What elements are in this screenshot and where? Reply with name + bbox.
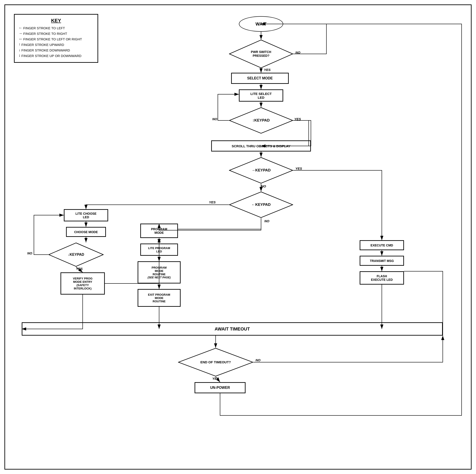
program-mode-node: PROGRAM MODE (140, 224, 178, 238)
execute-cmd-node: EXECUTE CMD (360, 240, 404, 250)
keypad-down-no-label: NO (27, 251, 32, 255)
key-item-4: ↑ FINGER STROKE UPWARD (19, 42, 94, 47)
keypad-updown-yes-label: YES (294, 117, 301, 121)
select-mode-node: SELECT MODE (231, 73, 289, 84)
arrow-up-icon: ↑ (19, 42, 21, 47)
await-timeout-node: AWAIT TIMEOUT (22, 322, 443, 336)
keypad-right-yes-label: YES (295, 166, 302, 170)
keypad-left-node: ←KEYPAD (229, 191, 293, 218)
un-power-node: UN-POWER (195, 382, 246, 393)
keypad-left-yes-label: YES (209, 200, 216, 204)
outer-border: KEY ← FINGER STROKE TO LEFT → FINGER STR… (4, 4, 472, 470)
keypad-right-no-label: NO (261, 184, 266, 188)
key-box: KEY ← FINGER STROKE TO LEFT → FINGER STR… (14, 14, 98, 63)
keypad-updown-label: ↕KEYPAD (252, 118, 270, 123)
key-item-1: ← FINGER STROKE TO LEFT (19, 26, 94, 30)
key-label-5: FINGER STROKE DOWNWARD (21, 48, 70, 52)
keypad-right-node: →KEYPAD (229, 157, 293, 184)
key-label-4: FINGER STROKE UPWARD (21, 43, 64, 47)
wait-node: WAIT (239, 16, 283, 32)
pwr-switch-yes-label: YES (264, 68, 271, 72)
key-label-6: FINGER STROKE UP OR DOWNWARD (21, 54, 82, 58)
end-of-timeout-node: END OF TIMEOUT? (178, 348, 253, 377)
verify-prog-node: VERIFY PROG MODE ENTRY (SAFETY INTERLOCK… (61, 272, 105, 294)
key-item-2: → FINGER STROKE TO RIGHT (19, 31, 94, 36)
key-item-3: ↔ FINGER STROKE TO LEFT OR RIGHT (19, 37, 94, 41)
end-of-timeout-label: END OF TIMEOUT? (200, 360, 231, 364)
lite-select-led-node: LITE SELECT LED (239, 89, 283, 102)
transmit-msg-node: TRANSMIT MSG (360, 256, 404, 266)
pwr-switch-label: PWR SWITCHPRESSED? (251, 50, 271, 58)
keypad-down-label: ↓KEYPAD (68, 253, 84, 257)
lite-program-led-node: LITE PROGRAM LED (140, 244, 178, 256)
pwr-switch-node: PWR SWITCHPRESSED? (229, 39, 293, 68)
key-label-3: FINGER STROKE TO LEFT OR RIGHT (23, 37, 82, 41)
keypad-down-node: ↓KEYPAD (48, 242, 104, 267)
keypad-left-label: ←KEYPAD (252, 202, 271, 207)
exit-program-mode-node: EXIT PROGRAM MODE ROUTINE (138, 289, 181, 307)
arrow-updown-icon: ↕ (19, 54, 21, 58)
key-label-2: FINGER STROKE TO RIGHT (23, 32, 67, 36)
keypad-updown-no-label: NO (212, 117, 217, 121)
arrow-right-icon: → (19, 31, 22, 36)
pwr-switch-no-label: NO (295, 51, 301, 54)
key-item-5: ↓ FINGER STROKE DOWNWARD (19, 48, 94, 52)
arrow-leftright-icon: ↔ (19, 37, 22, 41)
program-mode-routine-node: PROGRAMMODEROUTINE (SEE NEXT PAGE) (138, 261, 181, 283)
flash-execute-led-node: FLASH EXECUTE LED (360, 271, 404, 285)
arrow-left-icon: ← (19, 26, 22, 30)
end-of-timeout-yes-label: YES (212, 377, 219, 380)
keypad-updown-node: ↕KEYPAD (229, 107, 293, 134)
scroll-thru-node: SCROLL THRU OBJECTS & DISPLAY (211, 140, 311, 151)
key-item-6: ↕ FINGER STROKE UP OR DOWNWARD (19, 54, 94, 58)
keypad-right-label: →KEYPAD (252, 168, 271, 173)
key-label-1: FINGER STROKE TO LEFT (23, 26, 65, 30)
keypad-down-yes-label: YES (76, 267, 83, 271)
lite-choose-led-node: LITE CHOOSE LED (64, 209, 108, 221)
end-of-timeout-no-label: NO (255, 358, 261, 362)
key-title: KEY (19, 18, 94, 23)
keypad-left-no-label: NO (264, 219, 270, 223)
choose-mode-node: CHOOSE MODE (66, 227, 106, 237)
arrow-down-icon: ↓ (19, 48, 21, 52)
